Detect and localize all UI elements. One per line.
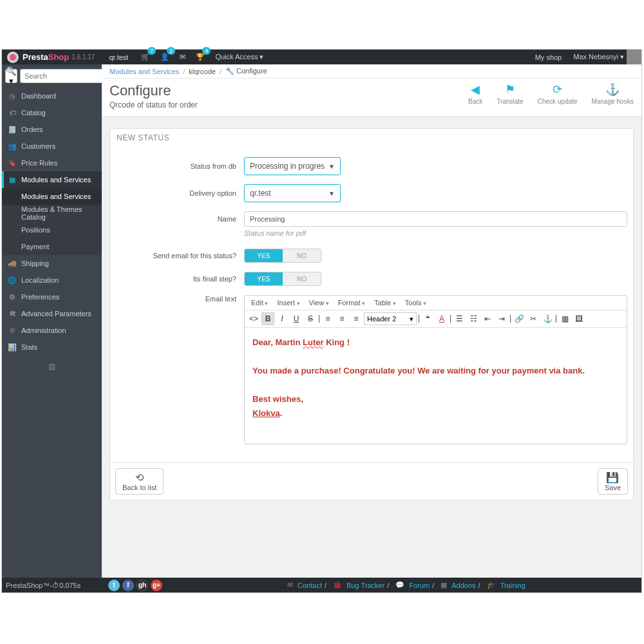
- sidebar-collapse-icon[interactable]: ▥: [2, 355, 102, 377]
- footer-bar: PrestaShop™ - ⏱ 0.075s t f gh g+ ✉Contac…: [2, 578, 641, 592]
- footer-forum[interactable]: Forum: [409, 582, 430, 589]
- nav-orders[interactable]: 🧾Orders: [2, 121, 102, 138]
- brand: PrestaShop 1.6.1.17: [2, 52, 100, 63]
- trophy-icon[interactable]: 🏆4: [196, 53, 205, 61]
- klokva-link[interactable]: Klokva: [252, 408, 280, 418]
- subnav-modules-services[interactable]: Modules and Services: [2, 188, 102, 205]
- nav-dashboard[interactable]: ◷Dashboard: [2, 88, 102, 104]
- editor-menu-view[interactable]: View: [307, 298, 332, 308]
- nav-shipping[interactable]: 🚚Shipping: [2, 255, 102, 272]
- subnav-modules-themes[interactable]: Modules & Themes Catalog: [2, 205, 102, 222]
- italic-icon[interactable]: I: [276, 312, 289, 325]
- top-bar: PrestaShop 1.6.1.17 qr.test 🛒7 👤2 ✉ 🏆4 Q…: [2, 50, 641, 64]
- name-hint: Status name for pdf: [244, 229, 628, 237]
- back-button[interactable]: ◀Back: [468, 82, 482, 105]
- delivery-option-label: Delivery option: [115, 189, 244, 197]
- editor-menu-insert[interactable]: Insert: [274, 298, 302, 308]
- align-left-icon[interactable]: ≡: [321, 312, 334, 325]
- twitter-icon[interactable]: t: [108, 580, 120, 591]
- strike-icon[interactable]: S: [304, 312, 317, 325]
- quote-icon[interactable]: ❝: [421, 312, 434, 325]
- align-center-icon[interactable]: ≡: [336, 312, 348, 325]
- user-menu[interactable]: Max Nebesnyi ▾: [573, 53, 624, 61]
- email-text-editor[interactable]: Edit Insert View Format Table Tools <> B…: [244, 295, 627, 444]
- final-step-label: Its finall step?: [115, 275, 244, 283]
- bold-icon[interactable]: B: [261, 312, 274, 325]
- shop-name: qr.test: [109, 53, 128, 61]
- text-color-icon[interactable]: A: [435, 312, 448, 325]
- facebook-icon[interactable]: f: [122, 580, 134, 591]
- footer-contact[interactable]: Contact: [298, 582, 322, 589]
- save-icon: 💾: [605, 471, 621, 484]
- translate-button[interactable]: ⚑Translate: [497, 82, 523, 105]
- editor-body[interactable]: Dear, Martin Luter King ! You made a pur…: [245, 328, 627, 444]
- github-icon[interactable]: gh: [137, 580, 148, 591]
- send-email-toggle[interactable]: YESNO: [244, 249, 321, 263]
- image-icon[interactable]: 🖼: [573, 312, 585, 325]
- nav-advanced[interactable]: 🛠Advanced Parameters: [2, 305, 102, 322]
- manage-hooks-button[interactable]: ⚓Manage hooks: [591, 82, 634, 105]
- delivery-option-select[interactable]: qr.test▼: [244, 184, 341, 202]
- format-select[interactable]: Header 2▾: [364, 312, 417, 325]
- nav-modules[interactable]: ▦Modules and Services: [2, 171, 102, 188]
- nav-stats[interactable]: 📊Stats: [2, 339, 102, 355]
- crumb-klqrcode: klqrcode: [189, 68, 216, 75]
- save-button[interactable]: 💾 Save: [598, 468, 628, 495]
- crumb-configure: 🔧 Configure: [225, 67, 267, 75]
- link-icon[interactable]: 🔗: [513, 312, 526, 325]
- footer-addons[interactable]: Addons: [451, 582, 475, 589]
- editor-menu-edit[interactable]: Edit: [249, 298, 270, 308]
- nav-preferences[interactable]: ⚙Preferences: [2, 289, 102, 305]
- sidebar: 🔍▾ ◷Dashboard 🏷Catalog 🧾Orders 👥Customer…: [2, 64, 102, 578]
- nav-administration[interactable]: ⛭Administration: [2, 322, 102, 339]
- mail-icon[interactable]: ✉: [180, 53, 185, 61]
- editor-menu-format[interactable]: Format: [336, 298, 368, 308]
- search-button[interactable]: 🔍▾: [5, 69, 17, 83]
- nav-catalog[interactable]: 🏷Catalog: [2, 104, 102, 121]
- footer-bug[interactable]: Bug Tracker: [346, 582, 384, 589]
- code-icon[interactable]: <>: [247, 312, 260, 325]
- panel-title: NEW STATUS: [110, 129, 633, 147]
- number-list-icon[interactable]: ☷: [467, 312, 480, 325]
- editor-menu-table[interactable]: Table: [372, 298, 399, 308]
- breadcrumb: Modules and Services/ klqrcode/ 🔧 Config…: [102, 64, 641, 79]
- prestashop-logo-icon: [7, 52, 19, 63]
- cart-icon[interactable]: 🛒7: [141, 53, 150, 61]
- back-arrow-icon: ⟲: [122, 471, 156, 484]
- page-subtitle: Qrcode of status for order: [109, 100, 198, 109]
- subnav-payment[interactable]: Payment: [2, 238, 102, 255]
- user-icon[interactable]: 👤2: [160, 53, 169, 61]
- editor-menu-tools[interactable]: Tools: [402, 298, 429, 308]
- final-step-toggle[interactable]: YESNO: [244, 272, 321, 286]
- media-icon[interactable]: ▦: [558, 312, 571, 325]
- nav-customers[interactable]: 👥Customers: [2, 138, 102, 155]
- status-from-db-select[interactable]: Processing in progres▼: [244, 157, 341, 175]
- name-label: Name: [115, 215, 244, 223]
- avatar[interactable]: [627, 50, 641, 64]
- crumb-modules[interactable]: Modules and Services: [109, 68, 179, 75]
- name-input[interactable]: [244, 211, 627, 227]
- quick-access-menu[interactable]: Quick Access ▾: [215, 53, 263, 61]
- indent-icon[interactable]: ⇥: [495, 312, 508, 325]
- align-right-icon[interactable]: ≡: [350, 312, 363, 325]
- my-shop-link[interactable]: My shop: [535, 53, 562, 61]
- subnav-positions[interactable]: Positions: [2, 222, 102, 238]
- check-update-button[interactable]: ⟳Check update: [538, 82, 578, 105]
- email-text-label: Email text: [115, 295, 244, 303]
- nav-localization[interactable]: 🌐Localization: [2, 272, 102, 289]
- nav-price-rules[interactable]: 🔖Price Rules: [2, 155, 102, 171]
- main-content: Modules and Services/ klqrcode/ 🔧 Config…: [102, 64, 641, 578]
- underline-icon[interactable]: U: [290, 312, 303, 325]
- new-status-panel: NEW STATUS Status from db Processing in …: [109, 128, 634, 500]
- outdent-icon[interactable]: ⇤: [481, 312, 494, 325]
- send-email-label: Send email for this status?: [115, 252, 244, 260]
- status-from-db-label: Status from db: [115, 162, 244, 170]
- unlink-icon[interactable]: ✂: [527, 312, 540, 325]
- googleplus-icon[interactable]: g+: [151, 580, 162, 591]
- footer-training[interactable]: Training: [500, 582, 526, 589]
- bullet-list-icon[interactable]: ☰: [453, 312, 466, 325]
- anchor-icon[interactable]: ⚓: [541, 312, 554, 325]
- back-to-list-button[interactable]: ⟲ Back to list: [115, 468, 164, 495]
- page-title: Configure: [109, 82, 198, 99]
